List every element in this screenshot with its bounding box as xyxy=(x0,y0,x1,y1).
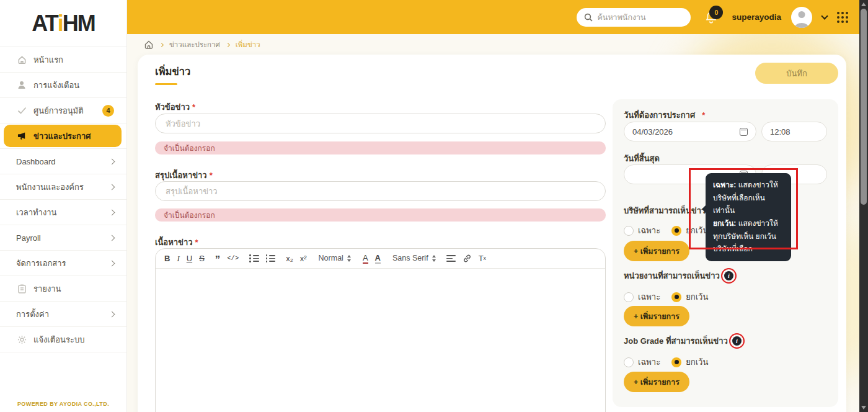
radio-label: เฉพาะ xyxy=(638,290,660,303)
sidebar-item-home[interactable]: หน้าแรก xyxy=(0,47,126,73)
sidebar-item-system-alerts[interactable]: แจ้งเตือนระบบ xyxy=(0,327,126,352)
app-window: ATiHM หน้าแรก การแจ้งเตือน ศูนย์การอนุมั… xyxy=(0,0,868,412)
content-area: ข่าวและประกาศ เพิ่มข่าว เพิ่มข่าว บันทึก… xyxy=(127,34,859,412)
search-input[interactable] xyxy=(597,13,697,22)
news-title-input[interactable] xyxy=(155,114,606,133)
scroll-down-arrow[interactable] xyxy=(861,406,866,410)
apps-grid-icon[interactable] xyxy=(837,12,848,23)
text-color-button[interactable]: A xyxy=(363,254,368,264)
avatar[interactable] xyxy=(791,7,812,28)
avatar-body xyxy=(795,23,808,28)
italic-button[interactable]: I xyxy=(177,254,179,262)
select-arrows-icon xyxy=(347,255,351,262)
app-logo[interactable]: ATiHM xyxy=(0,0,126,47)
radio-except[interactable]: ยกเว้น xyxy=(671,224,708,237)
blockquote-button[interactable]: ” xyxy=(215,254,221,265)
scroll-up-arrow[interactable] xyxy=(861,2,866,6)
link-button[interactable] xyxy=(463,254,472,263)
sidebar-item-documents[interactable]: จัดการเอกสาร xyxy=(0,251,126,276)
breadcrumb-separator xyxy=(226,42,230,47)
rich-text-editor: B I U S ” </> x₂ x² Normal xyxy=(155,248,606,412)
superscript-button[interactable]: x² xyxy=(300,254,307,262)
ordered-list-button[interactable] xyxy=(249,254,259,262)
underline-button[interactable]: U xyxy=(187,254,192,262)
department-visibility-radios: เฉพาะ ยกเว้น xyxy=(624,290,708,303)
radio-only[interactable]: เฉพาะ xyxy=(624,224,660,237)
clear-format-button[interactable]: Tx xyxy=(479,254,486,262)
radio-except[interactable]: ยกเว้น xyxy=(671,356,708,369)
sidebar: ATiHM หน้าแรก การแจ้งเตือน ศูนย์การอนุมั… xyxy=(0,0,127,412)
sidebar-item-reports[interactable]: รายงาน xyxy=(0,276,126,302)
editor-body[interactable] xyxy=(156,269,605,412)
background-color-button[interactable]: A xyxy=(375,254,381,264)
breadcrumb-separator xyxy=(159,42,164,47)
subscript-button[interactable]: x₂ xyxy=(286,254,293,262)
avatar-head xyxy=(799,11,805,18)
sidebar-item-settings[interactable]: การตั้งค่า xyxy=(0,302,126,327)
breadcrumb: ข่าวและประกาศ เพิ่มข่าว xyxy=(144,39,260,50)
chevron-right-icon xyxy=(109,235,115,241)
chevron-right-icon xyxy=(109,184,115,190)
sidebar-item-payroll[interactable]: Payroll xyxy=(0,225,126,251)
report-icon xyxy=(16,284,27,293)
jobgrade-visibility-radios: เฉพาะ ยกเว้น xyxy=(624,356,708,369)
radio-label: ยกเว้น xyxy=(686,356,708,369)
page-title: เพิ่มข่าว xyxy=(155,63,190,79)
chevron-right-icon xyxy=(109,260,115,266)
notifications-button[interactable]: 0 xyxy=(701,7,722,28)
sidebar-item-work-time[interactable]: เวลาทำงาน xyxy=(0,200,126,225)
info-icon-annotated[interactable]: i xyxy=(732,336,742,346)
news-content-label: เนื้อหาข่าว* xyxy=(155,236,198,249)
gear-icon xyxy=(16,335,27,344)
sidebar-item-label: เวลาทำงาน xyxy=(16,206,56,219)
news-summary-input[interactable] xyxy=(155,181,606,201)
code-block-button[interactable]: </> xyxy=(227,255,239,262)
sidebar-item-dashboard[interactable]: Dashboard xyxy=(0,149,126,174)
calendar-icon[interactable] xyxy=(740,128,748,136)
top-bar: 0 superayodia xyxy=(127,0,859,34)
header-format-select[interactable]: Normal xyxy=(319,254,351,262)
select-arrows-icon xyxy=(432,255,436,262)
add-company-button[interactable]: + เพิ่มรายการ xyxy=(624,241,689,261)
font-family-select[interactable]: Sans Serif xyxy=(392,254,436,262)
publish-date-input[interactable] xyxy=(632,127,735,137)
bold-button[interactable]: B xyxy=(164,254,170,262)
sidebar-item-label: Dashboard xyxy=(16,157,56,166)
approval-count-badge: 4 xyxy=(102,105,114,117)
radio-except[interactable]: ยกเว้น xyxy=(671,290,708,303)
sidebar-item-approval-center[interactable]: ศูนย์การอนุมัติ 4 xyxy=(0,98,126,123)
save-button[interactable]: บันทึก xyxy=(755,63,838,84)
add-department-button[interactable]: + เพิ่มรายการ xyxy=(624,306,689,326)
browser-scrollbar xyxy=(859,0,868,412)
breadcrumb-home-icon[interactable] xyxy=(144,40,154,50)
publish-date-field xyxy=(624,122,756,141)
sidebar-item-notifications[interactable]: การแจ้งเตือน xyxy=(0,73,126,98)
breadcrumb-news[interactable]: ข่าวและประกาศ xyxy=(169,39,220,50)
news-summary-label: สรุปเนื้อหาข่าว* xyxy=(155,169,213,182)
sidebar-item-label: การแจ้งเตือน xyxy=(33,79,79,92)
username-text[interactable]: superayodia xyxy=(732,12,781,22)
sidebar-item-label: ศูนย์การอนุมัติ xyxy=(33,104,84,117)
info-icon-annotated[interactable]: i xyxy=(724,271,733,280)
chevron-down-icon[interactable] xyxy=(821,12,828,19)
chevron-right-icon xyxy=(109,158,115,164)
align-button[interactable] xyxy=(446,255,456,262)
bullet-list-button[interactable] xyxy=(266,254,276,262)
required-asterisk: * xyxy=(702,110,705,120)
strikethrough-button[interactable]: S xyxy=(199,254,205,262)
required-error-banner: จำเป็นต้องกรอก xyxy=(155,208,606,222)
scrollbar-thumb[interactable] xyxy=(861,9,867,205)
radio-label: เฉพาะ xyxy=(638,356,660,369)
add-jobgrade-button[interactable]: + เพิ่มรายการ xyxy=(624,372,689,392)
radio-circle-unselected xyxy=(624,292,634,302)
end-date-label: วันที่สิ้นสุด xyxy=(624,152,660,165)
required-error-banner: จำเป็นต้องกรอก xyxy=(155,141,606,154)
sidebar-item-employees-org[interactable]: พนักงานและองค์กร xyxy=(0,174,126,200)
visibility-tooltip: เฉพาะ: แสดงข่าวให้บริษัทที่เลือกเห็นเท่า… xyxy=(706,173,791,261)
publish-time-input[interactable] xyxy=(770,127,818,137)
chevron-right-icon xyxy=(109,209,115,215)
radio-circle-unselected xyxy=(624,357,634,367)
radio-only[interactable]: เฉพาะ xyxy=(624,356,660,369)
radio-only[interactable]: เฉพาะ xyxy=(624,290,660,303)
sidebar-item-news-active[interactable]: ข่าวและประกาศ xyxy=(0,123,126,149)
